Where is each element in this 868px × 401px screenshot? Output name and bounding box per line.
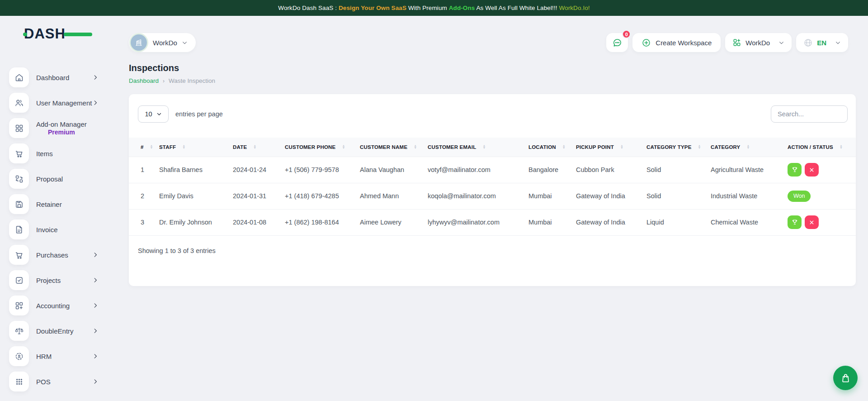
language-selector[interactable]: EN xyxy=(796,33,848,52)
cell-location: Bangalore xyxy=(519,157,567,183)
sidebar-item-label: Accounting xyxy=(36,302,70,310)
cell-date: 2024-01-08 xyxy=(224,209,276,235)
cell-date: 2024-01-24 xyxy=(224,157,276,183)
cart-icon xyxy=(9,143,29,163)
chevron-right-icon xyxy=(92,74,99,81)
messages-count-badge: 0 xyxy=(622,30,631,38)
column-header-category-type[interactable]: CATEGORY TYPE▲▼ xyxy=(637,138,702,157)
sidebar-item-doubleentry[interactable]: DoubleEntry xyxy=(0,318,108,344)
workspace-selector[interactable]: WorkDo xyxy=(129,33,196,52)
table-header-row: #▲▼ STAFF▲▼ DATE▲▼ CUSTOMER PHONE▲▼ CUST… xyxy=(129,138,856,157)
column-header-num[interactable]: #▲▼ xyxy=(129,138,150,157)
chevron-right-icon xyxy=(92,252,99,258)
building-icon xyxy=(131,34,147,51)
person-target-icon xyxy=(9,346,29,366)
cell-customer-email: lyhywyv@mailinator.com xyxy=(419,209,519,235)
page-title: Inspections xyxy=(129,63,856,73)
delete-button[interactable] xyxy=(805,215,819,229)
sidebar-item-pos[interactable]: POS xyxy=(0,369,108,394)
column-header-date[interactable]: DATE▲▼ xyxy=(224,138,276,157)
column-header-pickup-point[interactable]: PICKUP POINT▲▼ xyxy=(567,138,637,157)
language-label: EN xyxy=(817,39,826,47)
workspace-menu-button[interactable]: WorkDo xyxy=(725,33,792,52)
mark-won-button[interactable] xyxy=(788,215,802,229)
cell-num: 1 xyxy=(129,157,150,183)
sort-icon: ▲▼ xyxy=(253,145,256,149)
workspace-menu-label: WorkDo xyxy=(745,39,770,47)
banner-text: As Well As Full White Label!!! xyxy=(475,5,559,11)
column-header-customer-name[interactable]: CUSTOMER NAME▲▼ xyxy=(351,138,419,157)
cell-staff: Shafira Barnes xyxy=(150,157,224,183)
page-size-select[interactable]: 10 xyxy=(138,105,169,123)
app-logo[interactable]: DASH xyxy=(24,26,92,42)
floppy-icon xyxy=(9,194,29,214)
logo-text: DASH xyxy=(24,26,66,42)
chevron-right-icon xyxy=(92,100,99,106)
grid-icon xyxy=(9,118,29,138)
sort-icon: ▲▼ xyxy=(342,145,345,149)
chat-icon xyxy=(612,38,623,48)
sidebar-item-purchases[interactable]: Purchases xyxy=(0,242,108,267)
cart-icon xyxy=(9,245,29,265)
create-workspace-button[interactable]: Create Workspace xyxy=(632,33,721,52)
cell-category-type: Liquid xyxy=(637,209,702,235)
column-header-location[interactable]: LOCATION▲▼ xyxy=(519,138,567,157)
column-header-category[interactable]: CATEGORY▲▼ xyxy=(702,138,778,157)
promo-banner: WorkDo Dash SaaS : Design Your Own SaaS … xyxy=(0,0,868,16)
sidebar-item-label: Retainer xyxy=(36,200,62,208)
cell-phone: +1 (862) 198-8164 xyxy=(276,209,351,235)
cell-phone: +1 (418) 679-4285 xyxy=(276,183,351,209)
column-header-customer-phone[interactable]: CUSTOMER PHONE▲▼ xyxy=(276,138,351,157)
breadcrumb-dashboard-link[interactable]: Dashboard xyxy=(129,77,159,84)
sidebar-item-retainer[interactable]: Retainer xyxy=(0,191,108,217)
breadcrumb-current: Waste Inspection xyxy=(169,77,215,84)
scale-icon xyxy=(9,321,29,341)
cell-pickup-point: Gateway of India xyxy=(567,183,637,209)
sidebar-item-proposal[interactable]: Proposal xyxy=(0,166,108,191)
column-header-customer-email[interactable]: CUSTOMER EMAIL▲▼ xyxy=(419,138,519,157)
column-header-action-status[interactable]: ACTION / STATUS▲▼ xyxy=(778,138,856,157)
page-size-value: 10 xyxy=(145,110,152,118)
sidebar-item-label: Projects xyxy=(36,277,61,284)
cell-customer-email: votyf@mailinator.com xyxy=(419,157,519,183)
sidebar-item-accounting[interactable]: Accounting xyxy=(0,293,108,318)
cell-pickup-point: Cubbon Park xyxy=(567,157,637,183)
sort-icon: ▲▼ xyxy=(562,145,566,149)
messages-button[interactable]: 0 xyxy=(606,33,628,52)
chevron-right-icon xyxy=(92,353,99,359)
banner-text: With Premium xyxy=(406,5,449,11)
users-icon xyxy=(9,93,29,113)
cart-fab-button[interactable] xyxy=(833,366,858,390)
table-row: 1 Shafira Barnes 2024-01-24 +1 (506) 779… xyxy=(129,157,856,183)
cell-location: Mumbai xyxy=(519,183,567,209)
chevron-right-icon xyxy=(92,302,99,309)
delete-button[interactable] xyxy=(805,163,819,177)
column-header-staff[interactable]: STAFF▲▼ xyxy=(150,138,224,157)
table-row: 3 Dr. Emily Johnson 2024-01-08 +1 (862) … xyxy=(129,209,856,235)
chevron-right-icon xyxy=(92,378,99,385)
sort-icon: ▲▼ xyxy=(414,145,417,149)
banner-link[interactable]: WorkDo.Io! xyxy=(559,5,590,11)
sidebar-item-label: Items xyxy=(36,150,53,158)
shopping-bag-icon xyxy=(840,372,851,384)
sidebar-item-invoice[interactable]: Invoice xyxy=(0,217,108,242)
sort-icon: ▲▼ xyxy=(150,145,153,149)
close-icon xyxy=(809,220,815,225)
search-input[interactable] xyxy=(771,105,848,123)
grid-plus-icon xyxy=(732,38,741,47)
dots-grid-icon xyxy=(9,372,29,391)
cell-customer-email: koqola@mailinator.com xyxy=(419,183,519,209)
sidebar-item-hrm[interactable]: HRM xyxy=(0,344,108,369)
chevron-down-icon xyxy=(156,111,162,117)
sidebar-item-addon-manager[interactable]: Add-on Manager Premium xyxy=(0,115,108,141)
top-header: WorkDo 0 Create Workspace WorkDo xyxy=(129,33,848,52)
cell-num: 2 xyxy=(129,183,150,209)
mark-won-button[interactable] xyxy=(788,163,802,177)
sidebar-item-projects[interactable]: Projects xyxy=(0,267,108,293)
sidebar-item-items[interactable]: Items xyxy=(0,141,108,166)
sidebar-item-user-management[interactable]: User Management xyxy=(0,90,108,115)
sidebar-item-dashboard[interactable]: Dashboard xyxy=(0,65,108,90)
trophy-icon xyxy=(791,219,798,226)
breadcrumb: Dashboard › Waste Inspection xyxy=(129,77,856,84)
cell-category: Chemical Waste xyxy=(702,209,778,235)
